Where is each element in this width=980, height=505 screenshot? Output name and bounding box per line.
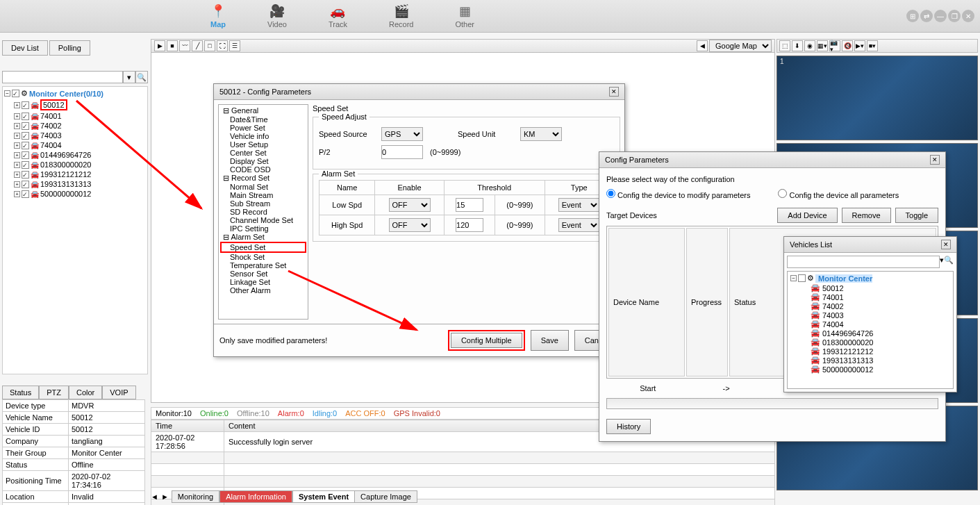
video-stop-icon[interactable]: ■▾ <box>867 40 878 51</box>
win-swap-icon[interactable]: ⇄ <box>920 10 933 22</box>
tree-device[interactable]: +🚘 500000000012 <box>4 189 146 199</box>
vl-item[interactable]: 🚘 50012 <box>789 283 952 292</box>
low-type-select[interactable]: Event <box>558 198 600 212</box>
nav-tab-map[interactable]: 📍Map <box>210 3 226 28</box>
history-button[interactable]: History <box>606 419 651 434</box>
nav-tab-record[interactable]: 🎬Record <box>389 3 413 28</box>
vl-item[interactable]: 🚘 74004 <box>789 320 952 329</box>
btab-alarm[interactable]: Alarm Information <box>219 490 292 503</box>
add-device-button[interactable]: Add Device <box>777 208 837 223</box>
search-icon[interactable]: 🔍 <box>135 71 148 83</box>
video-grid-icon[interactable]: ▦▾ <box>817 40 828 51</box>
left-arrow-icon[interactable]: ◀ <box>697 40 708 51</box>
vl-item[interactable]: 🚘 014496964726 <box>789 329 952 338</box>
tab-polling[interactable]: Polling <box>49 40 90 56</box>
tree-device[interactable]: +🚘 74004 <box>4 140 146 150</box>
tree-device[interactable]: +🚘 199313131313 <box>4 179 146 189</box>
toggle-button[interactable]: Toggle <box>895 208 938 223</box>
config-tree[interactable]: ⊟ General Date&Time Power Set Vehicle in… <box>218 104 308 320</box>
config-params-dialog: 50012 - Config Parameters ✕ ⊟ General Da… <box>213 83 625 357</box>
tree-root[interactable]: −⚙ Monitor Center(0/10) <box>4 88 146 99</box>
video-rec-icon[interactable]: ◉ <box>804 40 815 51</box>
tree-device[interactable]: +🚘 199312121212 <box>4 169 146 179</box>
btab-sys[interactable]: System Event <box>292 490 355 503</box>
save-button[interactable]: Save <box>531 330 569 351</box>
next-icon[interactable]: ► <box>161 492 169 501</box>
tree-device[interactable]: +🚘 74002 <box>4 121 146 131</box>
info-tab-status[interactable]: Status <box>2 386 39 399</box>
footer-note: Only save modified parameters! <box>219 336 327 345</box>
high-type-select[interactable]: Event <box>558 218 600 232</box>
device-search-input[interactable] <box>2 71 123 83</box>
vl-search-input[interactable] <box>787 256 940 268</box>
video-mute-icon[interactable]: 🔇 <box>842 40 853 51</box>
tree-device[interactable]: +🚘50012 <box>4 99 146 111</box>
nav-tab-track[interactable]: 🚗Track <box>329 3 347 28</box>
other-icon: ▦ <box>459 3 471 19</box>
tab-devlist[interactable]: Dev List <box>2 40 48 56</box>
high-threshold-input[interactable] <box>456 218 483 232</box>
vl-item[interactable]: 🚘 74003 <box>789 311 952 320</box>
speed-source-select[interactable]: GPS <box>381 127 423 141</box>
tree-device[interactable]: +🚘 014496964726 <box>4 150 146 160</box>
radio-modify[interactable]: Config the device to modify parameters <box>606 189 750 199</box>
dropdown-icon[interactable]: ▾ <box>123 71 135 83</box>
rect-icon[interactable]: □ <box>204 40 215 51</box>
video-tile-1[interactable]: 1 <box>776 56 978 140</box>
low-threshold-input[interactable] <box>456 198 483 212</box>
nav-tab-video[interactable]: 🎥Video <box>267 3 287 28</box>
close-icon[interactable]: ✕ <box>941 240 951 249</box>
vl-item[interactable]: 🚘 74002 <box>789 301 952 311</box>
video-cam-icon[interactable]: 📷▾ <box>829 40 840 51</box>
left-panel: Dev List Polling ▾ 🔍 −⚙ Monitor Center(0… <box>2 40 148 374</box>
config-multiple-button[interactable]: Config Multiple <box>451 333 522 348</box>
dialog-title: 50012 - Config Parameters <box>219 88 311 96</box>
search-icon[interactable]: 🔍 <box>944 256 954 268</box>
map-icon: 📍 <box>210 3 226 19</box>
p2-input[interactable] <box>381 145 423 159</box>
bottom-tabs: ◄ ► Monitoring Alarm Information System … <box>151 490 417 503</box>
close-icon[interactable]: ✕ <box>930 155 940 165</box>
top-toolbar: 📍Map 🎥Video 🚗Track 🎬Record ▦Other ⊞ ⇄ — … <box>0 0 980 33</box>
low-enable-select[interactable]: OFF <box>389 198 431 212</box>
vehicles-tree: −⚙ Monitor Center 🚘 50012🚘 74001🚘 74002🚘… <box>787 271 954 389</box>
poly-icon[interactable]: 〰 <box>179 40 190 51</box>
stop-icon[interactable]: ■ <box>167 40 178 51</box>
video-play-icon[interactable]: ▶▾ <box>854 40 865 51</box>
line-icon[interactable]: ╱ <box>192 40 203 51</box>
speed-unit-select[interactable]: KM <box>520 127 562 141</box>
high-enable-select[interactable]: OFF <box>389 218 431 232</box>
radio-all[interactable]: Config the device all parameters <box>778 189 899 199</box>
win-minimize-icon[interactable]: — <box>934 10 947 22</box>
vl-item[interactable]: 🚘 199313131313 <box>789 356 952 365</box>
vl-item[interactable]: 🚘 74001 <box>789 292 952 301</box>
video-screen-icon[interactable]: ⬚ <box>779 40 790 51</box>
tree-device[interactable]: +🚘 018300000020 <box>4 160 146 169</box>
close-icon[interactable]: ✕ <box>609 87 619 97</box>
map-provider-select[interactable]: Google Map <box>709 40 772 52</box>
info-tab-color[interactable]: Color <box>69 386 102 399</box>
video-down-icon[interactable]: ⬇ <box>792 40 803 51</box>
btab-capture[interactable]: Capture Image <box>355 490 417 503</box>
play-icon[interactable]: ▶ <box>154 40 165 51</box>
btab-monitoring[interactable]: Monitoring <box>172 490 219 503</box>
remove-button[interactable]: Remove <box>842 208 891 223</box>
info-tab-voip[interactable]: VOIP <box>102 386 135 399</box>
nav-tab-other[interactable]: ▦Other <box>456 3 475 28</box>
vl-item[interactable]: 🚘 199312121212 <box>789 347 952 356</box>
cfg-tree-speed-set[interactable]: Speed Set <box>220 242 306 253</box>
vl-item[interactable]: 🚘 500000000012 <box>789 365 952 374</box>
prev-icon[interactable]: ◄ <box>151 492 158 501</box>
win-close-icon[interactable]: ✕ <box>962 10 974 22</box>
tree-device[interactable]: +🚘 74003 <box>4 131 146 140</box>
vl-item[interactable]: 🚘 018300000020 <box>789 338 952 347</box>
section-title: Speed Set <box>313 104 620 113</box>
win-grid-icon[interactable]: ⊞ <box>906 10 919 22</box>
vehicles-list-dialog: Vehicles List ✕ ▾ 🔍 −⚙ Monitor Center 🚘 … <box>783 236 957 392</box>
info-tab-ptz[interactable]: PTZ <box>39 386 69 399</box>
expand-icon[interactable]: ⛶ <box>217 40 228 51</box>
video-icon: 🎥 <box>269 3 285 19</box>
tree-device[interactable]: +🚘 74001 <box>4 111 146 121</box>
list-icon[interactable]: ☰ <box>229 40 240 51</box>
win-restore-icon[interactable]: ❐ <box>948 10 961 22</box>
